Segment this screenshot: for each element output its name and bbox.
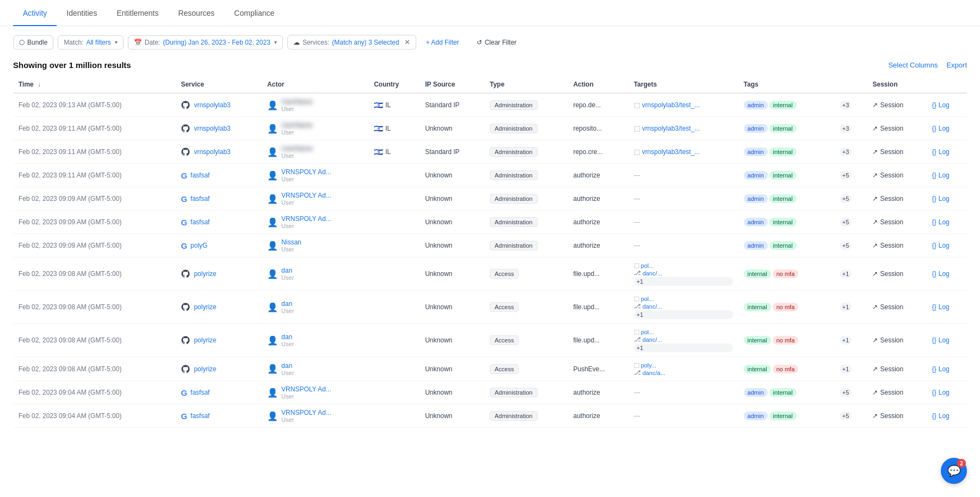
select-columns-link[interactable]: Select Columns <box>888 61 938 69</box>
actor-name[interactable]: VRNSPOLY Ad... <box>281 215 331 223</box>
log-link[interactable]: {} Log <box>932 412 961 420</box>
actor-name[interactable]: dan <box>281 300 294 308</box>
log-link[interactable]: {} Log <box>932 242 961 249</box>
service-name[interactable]: vrnspolylab3 <box>194 125 230 132</box>
service-name[interactable]: vrnspolylab3 <box>194 148 230 156</box>
session-link[interactable]: ↗ Session <box>872 101 921 109</box>
col-header-country[interactable]: Country <box>368 76 420 93</box>
tags-extra-count[interactable]: +5 <box>840 241 852 250</box>
add-filter-button[interactable]: + Add Filter <box>421 36 465 49</box>
nav-tab-activity[interactable]: Activity <box>13 0 57 26</box>
target-name[interactable]: vrnspolylab3/test_... <box>642 148 700 156</box>
target-name[interactable]: vrnspolylab3/test_... <box>642 125 700 132</box>
target-name[interactable]: danc/... <box>643 336 662 343</box>
tags-extra-count[interactable]: +5 <box>840 218 852 226</box>
nav-tab-compliance[interactable]: Compliance <box>224 0 284 26</box>
session-link[interactable]: ↗ Session <box>872 125 921 132</box>
nav-tab-identities[interactable]: Identities <box>57 0 107 26</box>
target-name[interactable]: pol... <box>641 262 654 269</box>
session-link[interactable]: ↗ Session <box>872 242 921 249</box>
target-name[interactable]: danc/... <box>643 303 662 310</box>
log-link[interactable]: {} Log <box>932 218 961 226</box>
target-name[interactable]: pol... <box>641 296 654 302</box>
session-link[interactable]: ↗ Session <box>872 389 921 396</box>
col-header-targets[interactable]: Targets <box>628 76 738 93</box>
nav-tab-resources[interactable]: Resources <box>168 0 224 26</box>
service-name[interactable]: vrnspolylab3 <box>194 101 230 109</box>
no-mfa-extra-count[interactable]: +1 <box>840 336 852 345</box>
col-header-type[interactable]: Type <box>484 76 568 93</box>
service-name[interactable]: polyrize <box>194 336 216 344</box>
session-link[interactable]: ↗ Session <box>872 270 921 278</box>
service-name[interactable]: polyrize <box>194 365 216 373</box>
service-name[interactable]: fasfsaf <box>190 412 209 420</box>
log-link[interactable]: {} Log <box>932 148 961 156</box>
date-filter-chip[interactable]: 📅Date:(During) Jan 26, 2023 - Feb 02, 20… <box>128 35 283 50</box>
no-mfa-extra-count[interactable]: +1 <box>840 365 852 373</box>
service-name[interactable]: fasfsaf <box>190 195 209 203</box>
tags-extra-count[interactable]: +3 <box>840 124 852 133</box>
match-filter-chip[interactable]: Match:All filters▾ <box>58 35 123 50</box>
actor-name[interactable]: dan <box>281 333 294 341</box>
actor-name[interactable]: dan <box>281 267 294 274</box>
actor-name[interactable]: Nissan <box>281 238 301 246</box>
log-link[interactable]: {} Log <box>932 389 961 396</box>
actor-name[interactable]: VRNSPOLY Ad... <box>281 385 331 393</box>
targets-extra[interactable]: +1 <box>634 343 733 352</box>
session-link[interactable]: ↗ Session <box>872 303 921 311</box>
log-link[interactable]: {} Log <box>932 365 961 373</box>
service-name[interactable]: fasfsaf <box>190 389 209 396</box>
col-header-session[interactable]: Session <box>867 76 926 93</box>
target-name[interactable]: danc/... <box>643 270 662 277</box>
tags-extra-count[interactable]: +5 <box>840 194 852 203</box>
nav-tab-entitlements[interactable]: Entitlements <box>107 0 168 26</box>
services-filter-chip[interactable]: ☁Services:(Match any) 3 Selected✕ <box>287 35 416 50</box>
actor-name[interactable]: VRNSPOLY Ad... <box>281 192 331 199</box>
tags-extra-count[interactable]: +3 <box>840 148 852 156</box>
session-link[interactable]: ↗ Session <box>872 218 921 226</box>
service-name[interactable]: fasfsaf <box>190 218 209 226</box>
col-header-time[interactable]: Time ↓ <box>13 76 175 93</box>
tags-extra-count[interactable]: +3 <box>840 101 852 109</box>
session-link[interactable]: ↗ Session <box>872 195 921 203</box>
actor-name[interactable]: VRNSPOLY Ad... <box>281 409 331 416</box>
log-link[interactable]: {} Log <box>932 336 961 344</box>
session-link[interactable]: ↗ Session <box>872 336 921 344</box>
tags-extra-count[interactable]: +5 <box>840 388 852 397</box>
no-mfa-extra-count[interactable]: +1 <box>840 269 852 278</box>
log-link[interactable]: {} Log <box>932 303 961 311</box>
col-header-tags[interactable]: Tags <box>738 76 834 93</box>
session-link[interactable]: ↗ Session <box>872 412 921 420</box>
target-name[interactable]: pol... <box>641 329 654 335</box>
actor-name[interactable]: dan <box>281 362 294 370</box>
log-link[interactable]: {} Log <box>932 270 961 278</box>
target-name[interactable]: vrnspolylab3/test_... <box>642 101 700 109</box>
service-name[interactable]: polyG <box>190 242 207 249</box>
log-link[interactable]: {} Log <box>932 195 961 203</box>
no-mfa-extra-count[interactable]: +1 <box>840 303 852 311</box>
col-header-actor[interactable]: Actor <box>262 76 368 93</box>
col-header-service[interactable]: Service <box>175 76 262 93</box>
log-link[interactable]: {} Log <box>932 171 961 179</box>
service-name[interactable]: fasfsaf <box>190 171 209 179</box>
targets-extra[interactable]: +1 <box>634 277 733 286</box>
tags-extra-count[interactable]: +5 <box>840 412 852 420</box>
targets-extra[interactable]: +1 <box>634 310 733 319</box>
target-name[interactable]: poly... <box>641 362 657 369</box>
actor-name[interactable]: VRNSPOLY Ad... <box>281 168 331 176</box>
tags-extra-count[interactable]: +5 <box>840 171 852 180</box>
target-name[interactable]: danc/a... <box>643 370 665 376</box>
col-header-action[interactable]: Action <box>568 76 628 93</box>
session-link[interactable]: ↗ Session <box>872 171 921 179</box>
service-name[interactable]: polyrize <box>194 303 216 311</box>
export-link[interactable]: Export <box>946 61 967 69</box>
log-link[interactable]: {} Log <box>932 125 961 132</box>
services-close-icon[interactable]: ✕ <box>404 38 410 46</box>
clear-filter-button[interactable]: ↺ Clear Filter <box>471 36 522 49</box>
log-link[interactable]: {} Log <box>932 101 961 109</box>
service-name[interactable]: polyrize <box>194 270 216 278</box>
session-link[interactable]: ↗ Session <box>872 148 921 156</box>
session-link[interactable]: ↗ Session <box>872 365 921 373</box>
col-header-ip-source[interactable]: IP Source <box>420 76 484 93</box>
bundle-filter-chip[interactable]: ⬡Bundle <box>13 35 53 50</box>
